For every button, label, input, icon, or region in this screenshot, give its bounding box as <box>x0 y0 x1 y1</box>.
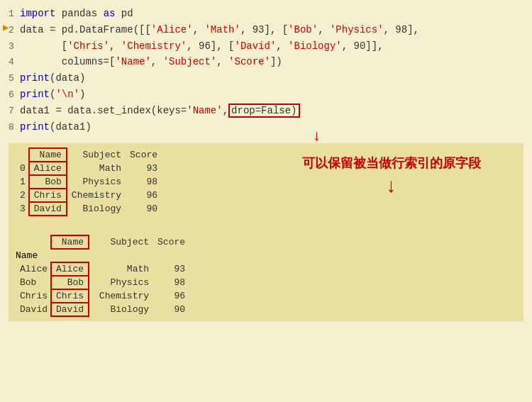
table2-score-bob: 98 <box>153 276 189 289</box>
bottom-section: Name Subject Score 0 Alice Math 93 1 Bob… <box>9 143 523 321</box>
table2-row-david: David David Biology 90 <box>16 303 189 316</box>
line-num-6: 6 <box>9 88 18 103</box>
annotation-text: 可以保留被当做行索引的原字段 <box>302 155 481 172</box>
table2-idx-david: David <box>16 303 51 316</box>
table1: Name Subject Score 0 Alice Math 93 1 Bob… <box>16 147 162 216</box>
line-num-3: 3 <box>9 40 18 55</box>
line-num-7: 7 <box>9 104 18 119</box>
table1-header-row: Name Subject Score <box>16 148 162 162</box>
table2-subject-chris: Chemistry <box>89 289 153 303</box>
table2-h-name: Name <box>51 235 89 249</box>
line-num-4: 4 <box>9 55 18 70</box>
table1-h-score: Score <box>126 148 162 162</box>
table2-h-subject: Subject <box>89 235 153 249</box>
table1-score-1: 98 <box>126 175 162 189</box>
line-num-5: 5 <box>9 72 18 86</box>
table2-index-label: Name <box>16 249 189 262</box>
line-num-2: 2 <box>9 23 18 38</box>
code-line-4: 4 columns=['Name', 'Subject', 'Score']) <box>9 54 523 70</box>
table1-name-1: Bob <box>29 175 67 189</box>
line-text-8: print(data1) <box>20 119 92 135</box>
table1-idx-2: 2 <box>16 189 29 202</box>
table1-subject-1: Physics <box>67 175 126 189</box>
table2-name-david: David <box>51 303 89 316</box>
code-line-8: 8 print(data1) <box>9 119 523 135</box>
down-arrow: ↓ <box>312 128 321 145</box>
table1-subject-2: Chemistry <box>67 189 126 202</box>
table1-name-2: Chris <box>29 189 67 202</box>
table1-h-name: Name <box>29 148 67 162</box>
line-text-5: print(data) <box>20 70 85 86</box>
top-section: ▶ 1 import pandas as pd 2 data = pd.Data… <box>0 0 532 138</box>
line-num-1: 1 <box>9 7 18 22</box>
table2-subject-bob: Physics <box>89 276 153 289</box>
table2-row-bob: Bob Bob Physics 98 <box>16 276 189 289</box>
code-line-6: 6 print('\n') <box>9 86 523 103</box>
table1-name-0: Alice <box>29 162 67 175</box>
table1-score-3: 90 <box>126 202 162 216</box>
table2-row-alice: Alice Alice Math 93 <box>16 262 189 276</box>
table1-idx-3: 3 <box>16 202 29 216</box>
table2-score-alice: 93 <box>153 262 189 276</box>
table2: Name Subject Score Name Alice Alice Math… <box>16 235 189 317</box>
table2-idx-bob: Bob <box>16 276 51 289</box>
table2-subject-alice: Math <box>89 262 153 276</box>
table2-header-row: Name Subject Score <box>16 235 189 249</box>
table2-name-chris: Chris <box>51 289 89 303</box>
line-text-2: data = pd.DataFrame([['Alice', 'Math', 9… <box>20 22 419 38</box>
table2-row-chris: Chris Chris Chemistry 96 <box>16 289 189 303</box>
code-line-3: 3 ['Chris', 'Chemistry', 96], ['David', … <box>9 38 523 55</box>
table1-row-1: 1 Bob Physics 98 <box>16 175 162 189</box>
table2-h-idx <box>16 235 51 249</box>
code-line-2: 2 data = pd.DataFrame([['Alice', 'Math',… <box>9 22 523 38</box>
line-text-4: columns=['Name', 'Subject', 'Score']) <box>20 54 282 69</box>
table2-idx-alice: Alice <box>16 262 51 276</box>
table1-score-2: 96 <box>126 189 162 202</box>
tables-area: Name Subject Score 0 Alice Math 93 1 Bob… <box>16 147 266 317</box>
code-line-1: 1 import pandas as pd <box>9 6 523 22</box>
table1-row-2: 2 Chris Chemistry 96 <box>16 189 162 202</box>
table2-subject-david: Biology <box>89 303 153 316</box>
code-block: 1 import pandas as pd 2 data = pd.DataFr… <box>9 6 523 135</box>
table2-name-alice: Alice <box>51 262 89 276</box>
annotation-area: 可以保留被当做行索引的原字段 ↓ <box>266 147 516 317</box>
line-text-6: print('\n') <box>20 86 85 102</box>
table1-row-0: 0 Alice Math 93 <box>16 162 162 175</box>
table2-wrapper: Name Subject Score Name Alice Alice Math… <box>16 235 266 317</box>
table1-score-0: 93 <box>126 162 162 175</box>
line-text-3: ['Chris', 'Chemistry', 96], ['David', 'B… <box>20 38 384 54</box>
highlight-drop-false: drop=False) <box>228 104 299 118</box>
line-text-1: import pandas as pd <box>20 6 133 21</box>
table2-h-score: Score <box>153 235 189 249</box>
table2-index-label-row: Name <box>16 249 189 262</box>
table1-h-idx <box>16 148 29 162</box>
table1-name-3: David <box>29 202 67 216</box>
line-num-8: 8 <box>9 121 18 135</box>
code-line-5: 5 print(data) <box>9 70 523 86</box>
table2-idx-chris: Chris <box>16 289 51 303</box>
line-text-7: data1 = data.set_index(keys='Name',drop=… <box>20 103 300 118</box>
arrow-indicator: ▶ <box>3 21 9 33</box>
annotation-arrow: ↓ <box>385 176 397 198</box>
table2-name-bob: Bob <box>51 276 89 289</box>
table1-idx-1: 1 <box>16 175 29 189</box>
table2-score-david: 90 <box>153 303 189 316</box>
table1-h-subject: Subject <box>67 148 126 162</box>
code-line-7: 7 data1 = data.set_index(keys='Name',dro… <box>9 103 523 119</box>
table1-subject-3: Biology <box>67 202 126 216</box>
table1-row-3: 3 David Biology 90 <box>16 202 162 216</box>
table1-subject-0: Math <box>67 162 126 175</box>
table1-idx-0: 0 <box>16 162 29 175</box>
table2-score-chris: 96 <box>153 289 189 303</box>
